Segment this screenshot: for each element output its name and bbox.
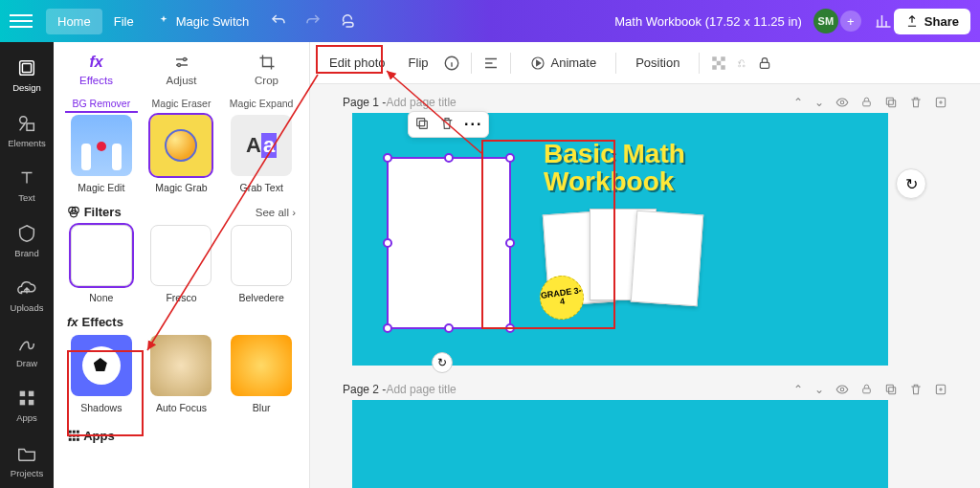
tab-adjust[interactable]: Adjust [139,42,224,98]
svg-rect-30 [713,65,718,70]
svg-point-9 [177,64,180,67]
filter-belvedere-thumb [231,225,292,286]
insights-icon[interactable] [873,11,894,32]
undo-icon[interactable] [268,11,289,32]
svg-rect-28 [717,60,722,65]
transparency-icon[interactable] [709,54,728,73]
auto-focus-thumb [150,335,212,396]
svg-rect-13 [69,431,72,433]
elements-icon [16,113,37,134]
page-down-icon[interactable]: ⌄ [814,383,824,396]
page-lock-icon[interactable] [860,96,873,109]
brand-icon [16,223,37,244]
page-duplicate-icon[interactable] [884,96,898,109]
tab-crop[interactable]: Crop [224,42,309,98]
workbook-title[interactable]: Basic MathWorkbook [544,140,685,196]
magic-grab-thumb [150,115,212,176]
filters-icon [67,205,80,218]
avatar[interactable]: SM [813,9,838,33]
redo-icon[interactable] [302,11,323,32]
page-2-canvas[interactable] [352,400,888,488]
home-button[interactable]: Home [46,9,102,34]
flip-button[interactable]: Flip [399,50,438,76]
page-down-icon[interactable]: ⌄ [814,96,824,109]
filter-none-thumb [71,225,132,286]
rail-text[interactable]: Text [0,158,54,213]
upload-icon [905,14,919,28]
page-duplicate-icon[interactable] [884,383,898,396]
svg-rect-17 [73,434,76,437]
page2-label: Page 2 - [343,383,386,396]
grab-text-thumb: AAaa [231,115,292,176]
filter-belvedere[interactable]: Belvedere [225,225,298,303]
hamburger-icon[interactable] [10,10,33,33]
page-lock-icon[interactable] [860,383,873,396]
trash-icon[interactable] [439,116,455,133]
info-icon[interactable] [442,54,461,73]
svg-rect-27 [713,56,718,61]
document-title[interactable]: Math Workbook (17.52 x 11.25 in) [614,14,802,29]
tool-magic-grab[interactable]: Magic Grab [145,115,217,193]
selected-worksheet[interactable] [387,157,511,329]
svg-rect-32 [761,62,769,68]
filter-none[interactable]: None [65,225,138,303]
svg-rect-14 [73,431,76,433]
svg-rect-36 [886,98,893,104]
page-up-icon[interactable]: ⌃ [793,383,803,396]
link-icon[interactable]: ⎌ [732,54,751,73]
add-collaborator-icon[interactable]: + [840,11,861,32]
effect-blur[interactable]: Blur [225,335,298,413]
page2-title-hint[interactable]: Add page title [386,383,456,396]
filter-fresco[interactable]: Fresco [145,225,217,303]
effect-auto-focus[interactable]: Auto Focus [145,335,217,413]
tool-magic-edit[interactable]: Magic Edit [65,115,138,193]
duplicate-icon[interactable] [414,116,430,133]
align-icon[interactable] [481,54,501,73]
rail-projects[interactable]: Projects [0,433,54,489]
page-refresh-icon[interactable]: ↻ [896,168,926,199]
page-1-canvas[interactable]: ··· ↻ Basic MathWorkbook GRADE 3-4 ↻ [352,113,888,366]
page1-title-hint[interactable]: Add page title [386,96,456,109]
edit-photo-button[interactable]: Edit photo [320,50,395,76]
tab-effects[interactable]: fxEffects [54,42,139,98]
sparkle-icon [157,14,170,28]
svg-rect-43 [886,385,893,391]
rotate-handle-icon[interactable]: ↻ [432,352,453,373]
filter-fresco-thumb [150,225,212,286]
more-icon[interactable]: ··· [464,116,482,133]
cloud-sync-icon[interactable] [337,11,358,32]
share-button[interactable]: Share [894,9,970,34]
page-delete-icon[interactable] [909,96,923,109]
page1-label: Page 1 - [343,96,386,109]
filters-see-all[interactable]: See all › [256,207,296,218]
top-bar: Home File Magic Switch Math Workbook (17… [0,0,980,42]
page-delete-icon[interactable] [909,383,923,396]
svg-rect-39 [417,119,425,126]
rail-draw[interactable]: Draw [0,323,54,379]
page-hide-icon[interactable] [835,96,849,109]
page-up-icon[interactable]: ⌃ [793,96,803,109]
tool-grab-text[interactable]: AAaa Grab Text [225,115,298,193]
page-hide-icon[interactable] [835,383,849,396]
page-add-icon[interactable] [934,96,947,109]
rail-apps[interactable]: Apps [0,378,54,433]
magic-switch-button[interactable]: Magic Switch [145,9,261,34]
adjust-icon [173,54,190,71]
file-button[interactable]: File [102,9,145,34]
svg-rect-16 [69,434,72,437]
svg-rect-3 [27,123,33,130]
rail-elements[interactable]: Elements [0,103,54,159]
shadows-thumb [71,335,132,396]
position-button[interactable]: Position [626,50,689,76]
animate-button[interactable]: Animate [521,50,607,77]
rail-design[interactable]: Design [0,48,54,103]
svg-point-2 [20,116,27,122]
rail-uploads[interactable]: Uploads [0,268,54,323]
rail-label: Uploads [11,302,44,313]
page-add-icon[interactable] [934,383,947,396]
page2-header: Page 2 - Add page title ⌃ ⌄ [343,383,947,396]
rail-brand[interactable]: Brand [0,213,54,269]
lock-icon[interactable] [755,54,774,73]
selection-mini-toolbar: ··· [408,111,489,138]
effect-shadows[interactable]: Shadows [65,335,138,413]
